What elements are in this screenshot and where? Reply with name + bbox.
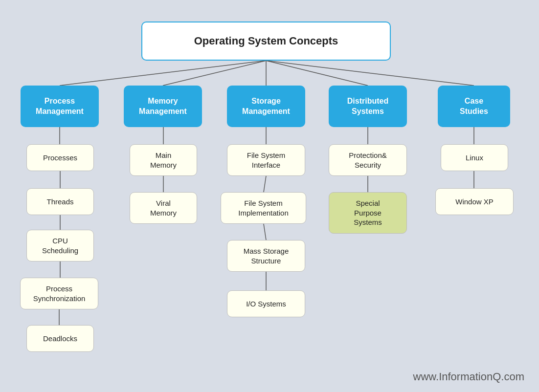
item-0-3: Process Synchronization	[20, 278, 98, 309]
diagram: Operating System Concepts Process Manage…	[0, 0, 539, 392]
item-2-3: I/O Systems	[227, 290, 305, 317]
header-2: Storage Management	[227, 86, 305, 127]
svg-line-4	[266, 61, 474, 86]
header-4: Case Studies	[438, 86, 510, 127]
svg-line-14	[264, 224, 266, 240]
item-3-1: Special Purpose Systems	[329, 192, 407, 234]
item-0-0: Processes	[26, 144, 94, 171]
item-1-0: Main Memory	[130, 144, 197, 176]
item-0-4: Deadlocks	[26, 325, 94, 352]
svg-line-13	[264, 176, 266, 192]
item-0-1: Threads	[26, 188, 94, 215]
item-3-0: Protection& Security	[329, 144, 407, 176]
item-2-0: File System Interface	[227, 144, 305, 176]
header-0: Process Management	[21, 86, 99, 127]
item-1-1: Viral Memory	[130, 192, 197, 224]
watermark: www.InformationQ.com	[413, 370, 524, 383]
svg-line-1	[163, 61, 266, 86]
root-node: Operating System Concepts	[141, 22, 391, 61]
header-1: Memory Management	[124, 86, 202, 127]
svg-line-0	[60, 61, 266, 86]
item-0-2: CPU Scheduling	[26, 230, 94, 261]
item-2-2: Mass Storage Structure	[227, 240, 305, 272]
header-3: Distributed Systems	[329, 86, 407, 127]
item-2-1: File System Implementation	[221, 192, 306, 224]
svg-line-3	[266, 61, 368, 86]
item-4-1: Window XP	[435, 188, 514, 215]
item-4-0: Linux	[441, 144, 508, 171]
